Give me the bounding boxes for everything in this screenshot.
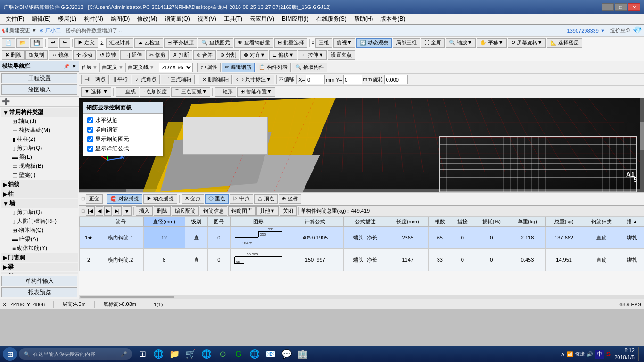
snap-coord[interactable]: ⊕ 坐标 [279, 194, 301, 204]
check-horiz-rebar[interactable]: 水平纵筋 [87, 116, 159, 124]
tree-item-axis[interactable]: ⊞轴间(J) [8, 117, 78, 126]
tb-cloud-check[interactable]: ☁ 云检查 [134, 38, 163, 48]
nav-next[interactable]: ▶ [104, 206, 112, 216]
check-formula-input[interactable] [87, 146, 93, 152]
part-list-btn[interactable]: 📋 构件列表 [256, 63, 291, 72]
sidebar-minus-icon[interactable]: — [12, 98, 18, 105]
nav-prev[interactable]: ◀ [96, 206, 103, 216]
sidebar-btn-project[interactable]: 工程设置 [1, 73, 77, 83]
btn-rebar-info[interactable]: 钢筋信息 [200, 206, 227, 216]
taskbar-edge[interactable]: 🌐 [152, 347, 165, 361]
minimize-btn[interactable]: — [602, 3, 614, 11]
point-length-btn[interactable]: · 点加长度 [140, 87, 170, 97]
tb-open[interactable]: 📂 [16, 38, 29, 48]
snap-midmass[interactable]: ◇ 重点 [205, 194, 229, 204]
cell-diameter[interactable]: 12 [143, 227, 185, 249]
del-aux-btn[interactable]: ✕ 删除辅轴 [199, 75, 232, 84]
taskbar-store[interactable]: 🛒 [184, 347, 197, 361]
edit-rebar-btn[interactable]: ✏ 编辑钢筋 [222, 63, 255, 72]
tree-item-civil-wall[interactable]: ▯人防门槛墙(RF) [8, 217, 78, 226]
code-select[interactable]: ZDYX-95 [159, 63, 193, 72]
notice-btn[interactable]: ⊕ 广小二 [40, 27, 61, 34]
tb-level-top[interactable]: ⊟ 平齐板顶 [164, 38, 197, 48]
tree-col-header[interactable]: ▶ 柱 [1, 189, 78, 198]
tree-axis-header[interactable]: ▶ 轴线 [1, 180, 78, 189]
taskbar-explorer[interactable]: 📁 [168, 347, 181, 361]
tree-wall-header[interactable]: ▼ 墙 [1, 199, 78, 208]
tree-item-column[interactable]: ▮柱柱(Z) [8, 135, 78, 144]
tb-break[interactable]: ✗ 打断 [170, 50, 192, 60]
tb-delete[interactable]: ✖ 删除 [2, 50, 25, 60]
taskbar-msg[interactable]: 💬 [280, 347, 293, 361]
check-vert-rebar[interactable]: 竖向钢筋 [87, 126, 159, 134]
tb-merge[interactable]: ⊕ 合并 [193, 50, 216, 60]
close-btn[interactable]: ✕ [628, 3, 640, 11]
tb-new[interactable]: 📄 [2, 38, 15, 48]
tray-up-icon[interactable]: ∧ [561, 351, 565, 357]
tree-common-header[interactable]: ▼ 常用构件类型 [1, 108, 78, 117]
tb-fullscreen[interactable]: ⛶ 全屏 [421, 38, 445, 48]
tb-move[interactable]: ✛ 移动 [73, 50, 96, 60]
tree-item-raft[interactable]: ▭筏板基础(M) [8, 126, 78, 135]
tree-item-slab[interactable]: ▭现浇板(B) [8, 162, 78, 171]
sidebar-btn-drawing[interactable]: 绘图输入 [1, 84, 77, 95]
menu-tools[interactable]: 工具(T) [220, 14, 246, 24]
tray-ime-icon[interactable]: 中 [595, 350, 604, 359]
check-vert-input[interactable] [87, 127, 93, 133]
three-arc-btn2[interactable]: ⌒ 三点画弧▼ [171, 87, 210, 97]
tb-local-3d[interactable]: 局部三维 [393, 38, 420, 48]
taskbar-chrome[interactable]: ⊙ [216, 347, 229, 361]
snap-vertex[interactable]: △ 顶点 [254, 194, 278, 204]
scrollbar-v[interactable] [640, 98, 644, 189]
viewport-canvas[interactable]: Y X Z 9200 500 B A1 5 钢筋显示控制 [79, 98, 644, 192]
tb-find-elem[interactable]: 🔍 查找图元 [198, 38, 233, 48]
check-show-elem-input[interactable] [87, 136, 93, 142]
menu-bim[interactable]: BIM应用(I) [278, 14, 313, 24]
start-btn[interactable]: ⊞ [3, 347, 17, 361]
smart-layout-btn[interactable]: ⊞ 智能布置▼ [237, 87, 275, 97]
taskbar-app3[interactable]: 🏢 [296, 347, 309, 361]
tree-item-shear[interactable]: ▯剪力墙(Q) [8, 144, 78, 153]
pick-part-btn[interactable]: 🔍 拾取构件 [292, 63, 327, 72]
menu-edit[interactable]: 编辑(E) [28, 14, 54, 24]
taskbar-search[interactable]: 🔍 在这里输入你要搜索的内容 🎤 [19, 348, 132, 360]
two-point-btn[interactable]: ⊣⊢ 两点 [81, 75, 109, 84]
tb-offset[interactable]: ⊏ 偏移▼ [269, 50, 297, 60]
tb-extend[interactable]: →| 延伸 [120, 50, 145, 60]
menu-modify[interactable]: 修改(M) [133, 14, 161, 24]
col-diameter[interactable]: 直径(mm) [143, 217, 185, 227]
check-show-elem[interactable]: 显示钢筋图元 [87, 135, 159, 143]
btn-close[interactable]: 关闭 [280, 206, 297, 216]
scrollbar-v-thumb[interactable] [640, 122, 644, 150]
table-scrollbar-h[interactable] [79, 295, 644, 299]
tb-undo[interactable]: ↩ [48, 38, 58, 48]
menu-online[interactable]: 在线服务(S) [313, 14, 350, 24]
sidebar-pin[interactable]: 📌 [63, 64, 70, 69]
attr-btn[interactable]: 🏷 属性 [197, 63, 221, 72]
maximize-btn[interactable]: □ [615, 3, 627, 11]
tb-set-grip[interactable]: 设置夹点 [328, 50, 355, 60]
parallel-btn[interactable]: ∥ 平行 [110, 75, 131, 84]
line-btn[interactable]: — 直线 [116, 87, 139, 97]
tree-item-masonry-rebar[interactable]: ≡砌体加筋(Y) [8, 244, 78, 253]
tb-calc[interactable]: 汇总计算 [106, 38, 133, 48]
nav-last[interactable]: ▶| [113, 206, 122, 216]
show-desktop-btn[interactable] [638, 347, 641, 361]
sidebar-btn-single[interactable]: 单构件输入 [1, 276, 77, 286]
nav-first[interactable]: |◀ [86, 206, 95, 216]
menu-cloud[interactable]: 云应用(V) [246, 14, 278, 24]
btn-delete2[interactable]: 删除 [154, 206, 171, 216]
table-row[interactable]: 2 横向钢筋.2 8 直 0 50 205 [80, 249, 644, 271]
menu-file[interactable]: 文件(F) [2, 14, 28, 24]
menu-floor[interactable]: 楼层(L) [54, 14, 80, 24]
tray-network-icon[interactable]: 📶 [567, 351, 573, 357]
menu-draw[interactable]: 绘图(D) [107, 14, 134, 24]
tree-item-masonry[interactable]: ⊞砌体墙(Q) [8, 226, 78, 235]
x-input[interactable] [306, 75, 325, 84]
taskbar-mail[interactable]: 📧 [264, 347, 277, 361]
table-row[interactable]: 1★ 横向钢筋.1 12 直 0 184 [80, 227, 644, 249]
nav-drop[interactable]: ▼ [123, 206, 132, 216]
tb-mirror[interactable]: ↔ 镜像 [49, 50, 72, 60]
snap-mid[interactable]: ▷ 中点 [230, 194, 253, 204]
tb-dynamic-view[interactable]: 🔄 动态观察 [356, 38, 392, 48]
